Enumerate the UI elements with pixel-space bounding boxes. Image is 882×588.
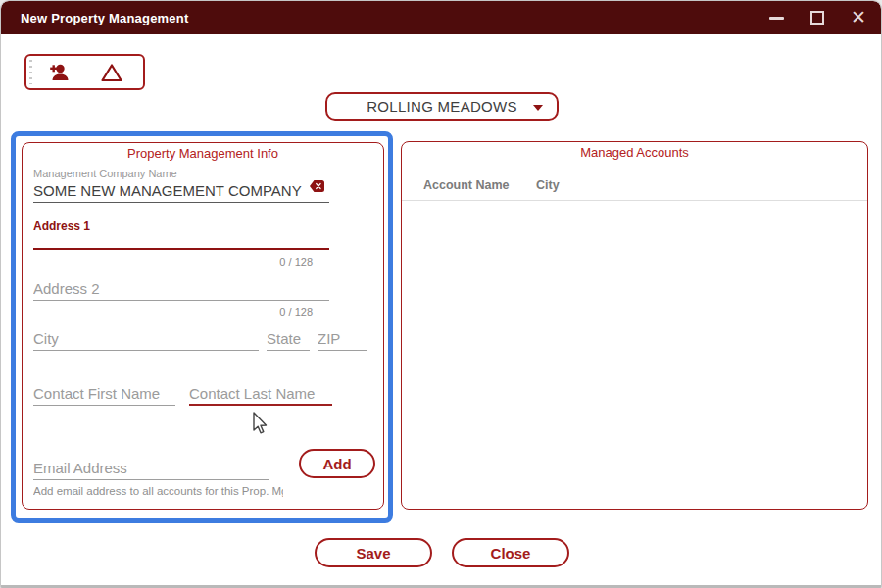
table-header-divider [402,200,867,201]
contact-last-name-input[interactable] [189,384,332,406]
management-company-name-label: Management Company Name [33,168,177,179]
close-icon: ✕ [851,9,866,26]
email-helper-text: Add email address to all accounts for th… [33,485,283,497]
close-window-button[interactable]: ✕ [850,9,867,26]
address2-input[interactable] [33,279,329,301]
column-header-city: City [536,178,560,192]
window-controls: ✕ [767,1,867,34]
add-person-button[interactable] [47,63,71,82]
titlebar: New Property Management ✕ [1,1,881,34]
new-property-management-window: New Property Management ✕ ROLLING MEADOW… [0,0,882,588]
property-info-panel: Property Management Info Management Comp… [22,142,384,510]
clear-text-button[interactable] [310,178,324,196]
zip-input[interactable] [318,329,367,351]
address2-counter: 0 / 128 [33,306,313,318]
email-address-input[interactable] [33,459,269,480]
add-person-icon [47,63,71,82]
city-input[interactable] [33,329,259,351]
triangle-alert-button[interactable] [100,63,123,82]
clear-text-icon [310,180,324,192]
account-selector-dropdown[interactable]: ROLLING MEADOWS [325,92,559,121]
property-info-title: Property Management Info [23,146,383,161]
window-title: New Property Management [21,11,188,25]
address1-input[interactable] [33,228,329,250]
chevron-down-icon [533,105,543,111]
triangle-alert-icon [100,63,123,82]
managed-accounts-panel: Managed Accounts Account Name City [401,141,868,510]
close-button[interactable]: Close [452,538,569,567]
maximize-icon [810,11,824,24]
maximize-button[interactable] [808,9,826,26]
account-selector-label: ROLLING MEADOWS [367,98,517,115]
minimize-icon [769,17,784,20]
drag-handle-icon[interactable] [29,60,32,84]
management-company-name-input[interactable] [33,181,329,203]
state-input[interactable] [267,329,310,351]
address1-counter: 0 / 128 [33,256,313,268]
contact-first-name-input[interactable] [33,384,175,406]
save-button[interactable]: Save [315,538,432,567]
minimize-button[interactable] [767,9,785,26]
toolbar [24,54,145,90]
property-info-focus-ring: Property Management Info Management Comp… [11,131,393,523]
add-email-button[interactable]: Add [299,449,375,478]
managed-accounts-title: Managed Accounts [402,145,867,160]
column-header-account-name: Account Name [423,178,510,192]
